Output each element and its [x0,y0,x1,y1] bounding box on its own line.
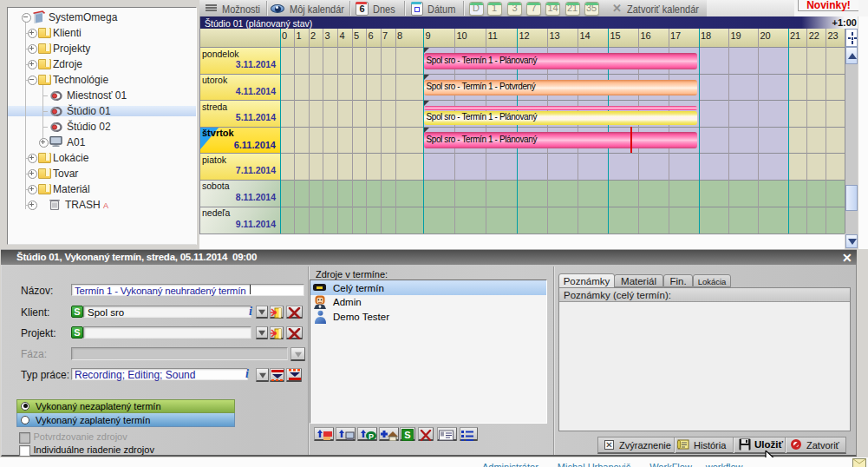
svg-text:S: S [404,430,410,440]
svg-text:P: P [369,432,374,441]
